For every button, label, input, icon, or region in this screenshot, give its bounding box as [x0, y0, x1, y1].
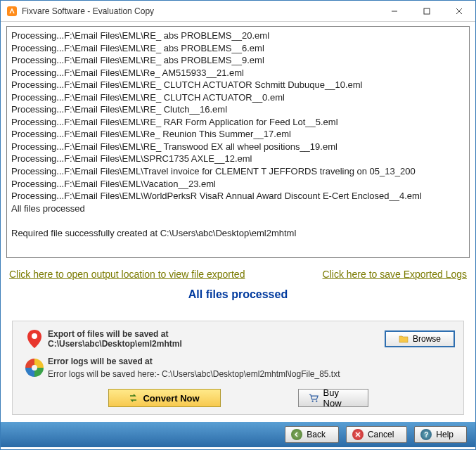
export-text: Export of files will be saved at C:\User… — [48, 329, 385, 349]
folder-icon — [399, 335, 409, 343]
browse-label: Browse — [413, 334, 441, 344]
error-row: Error logs will be saved at Error logs w… — [21, 356, 455, 379]
export-label: Export of files will be saved at — [48, 329, 168, 339]
help-button[interactable]: ? Help — [414, 426, 467, 443]
help-icon: ? — [420, 429, 432, 440]
cancel-label: Cancel — [368, 430, 394, 439]
svg-rect-2 — [424, 8, 430, 14]
footer: Back Cancel ? Help — [1, 422, 475, 447]
cancel-button[interactable]: Cancel — [346, 426, 407, 443]
titlebar: Fixvare Software - Evaluation Copy — [1, 1, 475, 22]
back-label: Back — [307, 430, 326, 439]
back-arrow-icon — [291, 429, 302, 440]
svg-point-6 — [32, 365, 37, 371]
back-button[interactable]: Back — [285, 426, 339, 443]
settings-panel: Export of files will be saved at C:\User… — [12, 321, 464, 415]
cart-icon — [309, 393, 319, 403]
browse-button[interactable]: Browse — [385, 330, 455, 347]
export-path: C:\Users\abc\Desktop\eml2mhtml — [48, 339, 182, 349]
pie-icon — [21, 358, 48, 378]
links-row: Click here to open output location to vi… — [6, 260, 470, 284]
save-logs-link[interactable]: Click here to save Exported Logs — [323, 269, 467, 280]
window-controls — [378, 1, 475, 21]
buy-label: Buy Now — [323, 387, 358, 409]
close-button[interactable] — [443, 1, 475, 22]
cancel-icon — [352, 429, 364, 440]
log-output[interactable] — [6, 26, 470, 258]
export-row: Export of files will be saved at C:\User… — [21, 328, 455, 349]
error-label: Error logs will be saved at — [48, 356, 153, 366]
error-path: Error logs will be saved here:- C:\Users… — [48, 369, 455, 379]
buy-button[interactable]: Buy Now — [298, 389, 368, 407]
convert-button[interactable]: Convert Now — [108, 389, 221, 407]
location-pin-icon — [21, 328, 48, 349]
svg-rect-0 — [7, 6, 17, 16]
svg-point-5 — [32, 333, 37, 339]
main-buttons: Convert Now Buy Now — [21, 389, 455, 407]
convert-label: Convert Now — [143, 393, 199, 404]
svg-point-7 — [311, 401, 313, 402]
app-icon — [6, 6, 18, 17]
minimize-button[interactable] — [378, 1, 411, 22]
error-text: Error logs will be saved at Error logs w… — [48, 356, 455, 379]
open-output-link[interactable]: Click here to open output location to vi… — [9, 269, 245, 280]
main-content: Click here to open output location to vi… — [1, 22, 475, 415]
convert-icon — [129, 393, 139, 403]
status-text: All files processed — [6, 284, 470, 321]
maximize-button[interactable] — [411, 1, 443, 22]
window-title: Fixvare Software - Evaluation Copy — [22, 6, 378, 16]
help-label: Help — [436, 430, 454, 439]
svg-point-8 — [316, 401, 317, 402]
